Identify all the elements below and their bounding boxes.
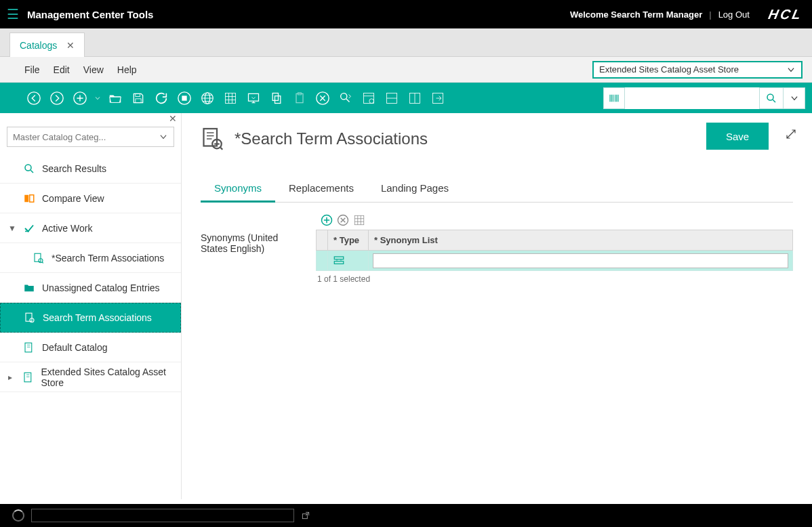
svg-rect-31 — [24, 373, 31, 382]
search-icon — [23, 163, 35, 175]
sidebar-item-label: Search Results — [42, 163, 106, 174]
sidebar-close-icon[interactable]: ✕ — [0, 113, 181, 123]
menu-edit[interactable]: Edit — [54, 64, 70, 75]
dropdown-caret-icon[interactable] — [94, 89, 102, 108]
open-icon[interactable] — [106, 89, 125, 108]
delete-row-icon[interactable] — [336, 213, 350, 227]
refresh-icon[interactable] — [152, 89, 171, 108]
svg-point-23 — [25, 165, 31, 171]
status-input[interactable] — [31, 509, 294, 522]
close-icon[interactable]: ✕ — [66, 40, 75, 51]
store-selector[interactable]: Extended Sites Catalog Asset Store — [592, 61, 803, 79]
search-icon[interactable] — [759, 87, 784, 109]
export-icon[interactable] — [428, 89, 447, 108]
split-v-icon[interactable] — [405, 89, 424, 108]
welcome-text: Welcome Search Term Manager — [570, 9, 702, 20]
type-cell[interactable] — [328, 251, 369, 271]
synonyms-table: * Type * Synonym List — [316, 230, 793, 271]
svg-rect-4 — [136, 98, 141, 102]
svg-rect-6 — [182, 96, 186, 100]
compare-icon — [23, 192, 35, 205]
svg-point-22 — [767, 94, 773, 100]
sidebar-item-label: Extended Sites Catalog Asset Store — [41, 366, 173, 388]
table-row[interactable] — [317, 251, 793, 271]
save-button[interactable]: Save — [706, 123, 769, 150]
col-synonym-list[interactable]: * Synonym List — [369, 230, 793, 251]
catalog-icon — [23, 341, 35, 354]
columns-icon[interactable] — [352, 213, 366, 227]
sidebar-item-active-work[interactable]: ▼ Active Work — [0, 213, 181, 243]
stop-icon[interactable] — [175, 89, 194, 108]
tab-replacements[interactable]: Replacements — [275, 175, 367, 202]
app-title: Management Center Tools — [27, 9, 153, 20]
tab-synonyms[interactable]: Synonyms — [201, 175, 275, 203]
sidebar-item-star-search-term-associations[interactable]: *Search Term Associations — [0, 243, 181, 273]
popout-icon[interactable] — [301, 511, 310, 520]
sidebar: ✕ Master Catalog Categ... Search Results… — [0, 113, 182, 499]
svg-rect-36 — [354, 215, 364, 225]
menu-view[interactable]: View — [83, 64, 104, 75]
add-row-icon[interactable] — [320, 213, 333, 227]
svg-rect-26 — [35, 253, 41, 261]
catalog-selector[interactable]: Master Catalog Categ... — [7, 127, 174, 147]
logout-link[interactable]: Log Out — [718, 9, 750, 20]
globe-icon[interactable] — [198, 89, 217, 108]
sidebar-item-search-term-associations[interactable]: Search Term Associations — [0, 303, 181, 333]
column-settings-icon[interactable] — [359, 89, 378, 108]
copy-icon[interactable] — [267, 89, 286, 108]
search-input[interactable] — [625, 87, 759, 109]
tab-catalogs[interactable]: Catalogs ✕ — [9, 33, 85, 57]
forward-icon[interactable] — [47, 89, 66, 108]
sidebar-item-label: Search Term Associations — [43, 312, 152, 323]
save-icon[interactable] — [129, 89, 148, 108]
synonym-list-input[interactable] — [373, 253, 788, 268]
search-dropdown-icon[interactable] — [784, 87, 805, 109]
folder-icon — [23, 282, 35, 294]
new-icon[interactable] — [70, 89, 89, 108]
find-replace-icon[interactable] — [336, 89, 355, 108]
synonyms-editor: Synonyms (United States English) * Type … — [201, 213, 793, 287]
sidebar-item-search-results[interactable]: Search Results — [0, 154, 181, 184]
preview-icon[interactable] — [244, 89, 263, 108]
synonym-list-cell[interactable] — [369, 251, 793, 271]
grid-icon[interactable] — [221, 89, 240, 108]
main-panel: Save *Search Term Associations Synonyms … — [182, 113, 812, 499]
col-type[interactable]: * Type — [328, 230, 369, 251]
svg-rect-24 — [24, 194, 28, 202]
tab-landing-pages[interactable]: Landing Pages — [367, 175, 462, 202]
barcode-icon — [603, 87, 625, 109]
editor-label: Synonyms (United States English) — [201, 213, 302, 287]
split-h-icon[interactable] — [382, 89, 401, 108]
document-search-icon — [24, 312, 36, 324]
chevron-right-icon: ▸ — [8, 373, 16, 382]
synonym-type-icon — [332, 255, 364, 267]
page-header: *Search Term Associations — [201, 127, 793, 151]
hamburger-icon[interactable]: ☰ — [7, 6, 19, 22]
brand-logo: HCL — [767, 7, 804, 22]
chevron-down-icon — [159, 132, 168, 142]
svg-rect-30 — [25, 343, 32, 352]
main-tabs: Synonyms Replacements Landing Pages — [201, 175, 793, 203]
sidebar-item-default-catalog[interactable]: Default Catalog — [0, 333, 181, 362]
sidebar-item-unassigned-catalog-entries[interactable]: Unassigned Catalog Entries — [0, 273, 181, 303]
expand-icon[interactable] — [785, 128, 797, 140]
sidebar-item-compare-view[interactable]: Compare View — [0, 184, 181, 213]
work-icon — [23, 222, 35, 234]
svg-point-16 — [341, 93, 347, 99]
svg-rect-25 — [30, 194, 34, 202]
toolbar — [0, 83, 812, 113]
store-selector-label: Extended Sites Catalog Asset Store — [599, 64, 739, 75]
svg-rect-38 — [334, 261, 344, 264]
menu-help[interactable]: Help — [117, 64, 137, 75]
selection-status: 1 of 1 selected — [316, 271, 793, 287]
divider: | — [709, 9, 711, 20]
menu-items: File Edit View Help — [9, 64, 137, 75]
sidebar-item-extended-sites-store[interactable]: ▸ Extended Sites Catalog Asset Store — [0, 362, 181, 392]
tab-strip: Catalogs ✕ — [0, 28, 812, 57]
document-search-icon — [201, 127, 225, 151]
svg-rect-28 — [26, 313, 32, 321]
chevron-down-icon: ▼ — [8, 224, 16, 233]
menu-file[interactable]: File — [24, 64, 40, 75]
back-icon[interactable] — [24, 89, 43, 108]
delete-icon[interactable] — [313, 89, 332, 108]
